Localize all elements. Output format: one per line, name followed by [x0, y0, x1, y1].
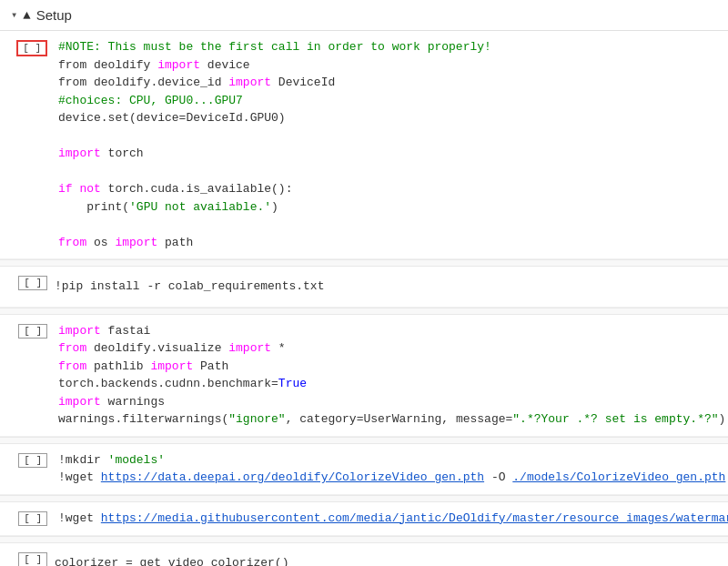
cell-1-run-button[interactable]: [ ] [16, 40, 47, 56]
cell-1-content: #NOTE: This must be the first call in or… [55, 35, 728, 255]
cell-2-inner: [ ] !pip install -r colab_requirements.t… [0, 267, 728, 307]
cell-4-content: !mkdir 'models' !wget https://data.deepa… [55, 448, 728, 490]
cell-5: [ ] !wget https://media.githubuserconten… [0, 502, 728, 536]
section-title: Setup [36, 7, 72, 23]
cell-1-inner: [ ] #NOTE: This must be the first call i… [0, 31, 728, 258]
cell-2-gutter[interactable]: [ ] [0, 270, 55, 303]
cell-5-content: !wget https://media.githubusercontent.co… [55, 506, 728, 531]
cell-6-inner: [ ] colorizer = get_video_colorizer() [0, 543, 728, 567]
cell-4-run-button[interactable]: [ ] [18, 453, 47, 468]
cell-3-inner: [ ] import fastai from deoldify.visualiz… [0, 315, 728, 436]
cell-2-run-button[interactable]: [ ] [18, 276, 47, 290]
cell-6-content: colorizer = get_video_colorizer() [55, 547, 728, 567]
cell-6: [ ] colorizer = get_video_colorizer() [0, 543, 728, 567]
cell-2: [ ] !pip install -r colab_requirements.t… [0, 267, 728, 308]
cell-2-content: !pip install -r colab_requirements.txt [55, 270, 728, 303]
cell-4: [ ] !mkdir 'models' !wget https://data.d… [0, 444, 728, 495]
header-triangle-icon: ▲ [23, 8, 30, 23]
cell-5-inner: [ ] !wget https://media.githubuserconten… [0, 502, 728, 535]
cell-6-gutter[interactable]: [ ] [0, 547, 55, 567]
cell-6-run-button[interactable]: [ ] [18, 552, 47, 567]
separator-5 [0, 536, 728, 543]
cell-3: [ ] import fastai from deoldify.visualiz… [0, 315, 728, 437]
cell-1: [ ] #NOTE: This must be the first call i… [0, 31, 728, 259]
separator-2 [0, 308, 728, 315]
separator-3 [0, 437, 728, 444]
cell-3-content: import fastai from deoldify.visualize im… [55, 318, 728, 432]
cell-4-gutter[interactable]: [ ] [0, 448, 55, 490]
cell-4-inner: [ ] !mkdir 'models' !wget https://data.d… [0, 444, 728, 494]
cell-3-gutter[interactable]: [ ] [0, 318, 55, 432]
collapse-arrow[interactable]: ▾ [11, 8, 17, 22]
cell-5-run-button[interactable]: [ ] [18, 511, 47, 526]
notebook-header: ▾ ▲ Setup [0, 0, 728, 31]
cell-3-run-button[interactable]: [ ] [18, 324, 47, 339]
cell-1-gutter[interactable]: [ ] [0, 35, 55, 255]
separator-1 [0, 259, 728, 267]
separator-4 [0, 495, 728, 502]
cell-5-gutter[interactable]: [ ] [0, 506, 55, 531]
